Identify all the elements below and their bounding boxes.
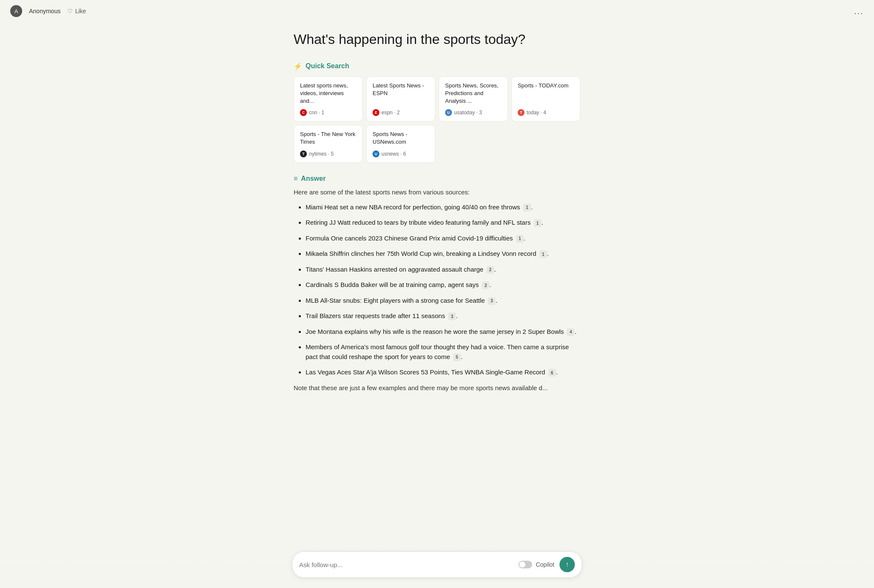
card-meta-3: U usatoday · 3 (445, 109, 501, 116)
news-text-4: Mikaela Shiffrin clinches her 75th World… (306, 250, 536, 257)
card-title-5: Sports - The New York Times (300, 130, 356, 146)
citation-6: 2 (482, 281, 489, 289)
card-source-2: espn · 2 (382, 110, 400, 116)
empty-card-8 (511, 125, 580, 162)
news-item-6: Cardinals S Budda Baker will be at train… (306, 280, 580, 290)
bottom-bar: Copilot ↑ (0, 545, 874, 588)
quick-search-header: ⚡ Quick Search (294, 62, 580, 70)
citation-3: 1 (516, 235, 524, 243)
usatoday-icon: U (445, 109, 452, 116)
copilot-label: Copilot (536, 561, 554, 568)
news-text-3: Formula One cancels 2023 Chinese Grand P… (306, 235, 513, 242)
quick-search-title: Quick Search (306, 62, 349, 70)
news-text-8: Trail Blazers star requests trade after … (306, 312, 445, 319)
copilot-toggle: Copilot (519, 561, 554, 568)
card-source-1: cnn · 1 (309, 110, 324, 116)
citation-2: 1 (534, 219, 542, 227)
page-title: What's happening in the sports today? (294, 31, 580, 49)
card-title-6: Sports News - USNews.com (373, 130, 429, 146)
card-meta-5: T nytimes · 5 (300, 151, 356, 157)
card-meta-2: E espn · 2 (373, 109, 429, 116)
card-meta-4: T today · 4 (518, 109, 574, 116)
card-meta-1: C cnn · 1 (300, 109, 356, 116)
quick-search-icon: ⚡ (294, 62, 302, 70)
news-text-11: Las Vegas Aces Star A'ja Wilson Scores 5… (306, 368, 545, 376)
news-text-9: Joe Montana explains why his wife is the… (306, 328, 564, 335)
news-item-9: Joe Montana explains why his wife is the… (306, 327, 580, 337)
today-icon: T (518, 109, 524, 116)
avatar: A (10, 5, 22, 17)
heart-icon: ♡ (67, 8, 73, 14)
card-source-6: usnews · 6 (382, 151, 406, 157)
news-item-8: Trail Blazers star requests trade after … (306, 311, 580, 321)
news-text-10: Members of America's most famous golf to… (306, 343, 569, 360)
citation-8: 3 (448, 313, 456, 320)
search-card-cnn[interactable]: Latest sports news, videos, interviews a… (294, 76, 363, 122)
news-item-2: Retiring JJ Watt reduced to tears by tri… (306, 218, 580, 228)
answer-note: Note that these are just a few examples … (294, 384, 580, 391)
card-source-4: today · 4 (527, 110, 546, 116)
news-text-1: Miami Heat set a new NBA record for perf… (306, 203, 520, 211)
main-content: What's happening in the sports today? ⚡ … (283, 31, 591, 444)
search-cards-row1: Latest sports news, videos, interviews a… (294, 76, 580, 122)
news-text-6: Cardinals S Budda Baker will be at train… (306, 281, 479, 288)
citation-9: 4 (567, 328, 574, 336)
more-button[interactable]: ... (854, 6, 864, 16)
news-item-3: Formula One cancels 2023 Chinese Grand P… (306, 234, 580, 243)
citation-4: 1 (539, 250, 547, 258)
search-card-usatoday[interactable]: Sports News, Scores, Predictions and Ana… (439, 76, 508, 122)
news-item-4: Mikaela Shiffrin clinches her 75th World… (306, 249, 580, 259)
search-card-espn[interactable]: Latest Sports News - ESPN E espn · 2 (366, 76, 435, 122)
usnews-icon: U (373, 151, 379, 157)
search-card-nytimes[interactable]: Sports - The New York Times T nytimes · … (294, 125, 363, 162)
like-button[interactable]: ♡ Like (67, 8, 86, 14)
answer-title: Answer (301, 175, 326, 182)
news-list: Miami Heat set a new NBA record for perf… (294, 203, 580, 377)
news-item-5: Titans' Hassan Haskins arrested on aggra… (306, 265, 580, 275)
nytimes-icon: T (300, 151, 307, 157)
cnn-icon: C (300, 109, 307, 116)
news-text-2: Retiring JJ Watt reduced to tears by tri… (306, 219, 530, 226)
copilot-toggle-switch[interactable] (519, 561, 532, 568)
citation-5: 2 (487, 266, 494, 274)
follow-up-input[interactable] (299, 561, 513, 568)
news-item-7: MLB All-Star snubs: Eight players with a… (306, 296, 580, 306)
send-icon: ↑ (565, 561, 569, 568)
card-source-5: nytimes · 5 (309, 151, 334, 157)
card-meta-6: U usnews · 6 (373, 151, 429, 157)
search-cards-row2: Sports - The New York Times T nytimes · … (294, 125, 580, 162)
news-item-10: Members of America's most famous golf to… (306, 342, 580, 362)
topbar: A Anonymous ♡ Like ... (0, 0, 874, 22)
send-button[interactable]: ↑ (559, 557, 575, 572)
card-title-4: Sports - TODAY.com (518, 82, 574, 90)
card-source-3: usatoday · 3 (454, 110, 482, 116)
news-text-7: MLB All-Star snubs: Eight players with a… (306, 297, 485, 304)
answer-icon: ≡ (294, 175, 297, 182)
news-item-11: Las Vegas Aces Star A'ja Wilson Scores 5… (306, 368, 580, 377)
citation-7: 3 (488, 297, 495, 305)
topbar-left: A Anonymous ♡ Like (10, 5, 86, 17)
news-text-5: Titans' Hassan Haskins arrested on aggra… (306, 266, 484, 273)
answer-section: ≡ Answer Here are some of the latest spo… (294, 175, 580, 391)
citation-1: 1 (523, 204, 531, 211)
citation-10: 5 (453, 353, 461, 361)
search-card-today[interactable]: Sports - TODAY.com T today · 4 (511, 76, 580, 122)
input-container: Copilot ↑ (292, 551, 582, 578)
username: Anonymous (29, 8, 61, 14)
espn-icon: E (373, 109, 379, 116)
like-label: Like (75, 8, 86, 14)
citation-11: 6 (548, 369, 556, 377)
news-item-1: Miami Heat set a new NBA record for perf… (306, 203, 580, 212)
card-title-1: Latest sports news, videos, interviews a… (300, 82, 356, 105)
empty-card-7 (439, 125, 508, 162)
search-card-usnews[interactable]: Sports News - USNews.com U usnews · 6 (366, 125, 435, 162)
card-title-2: Latest Sports News - ESPN (373, 82, 429, 97)
answer-header: ≡ Answer (294, 175, 580, 182)
answer-intro: Here are some of the latest sports news … (294, 188, 580, 196)
card-title-3: Sports News, Scores, Predictions and Ana… (445, 82, 501, 105)
